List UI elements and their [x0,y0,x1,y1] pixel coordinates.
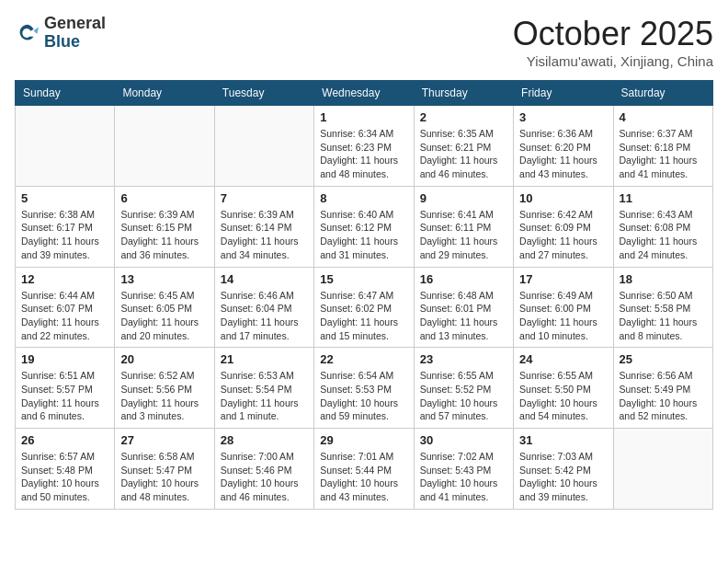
day-info: Sunrise: 6:54 AM Sunset: 5:53 PM Dayligh… [320,369,407,423]
day-cell: 2Sunrise: 6:35 AM Sunset: 6:21 PM Daylig… [414,106,513,187]
day-info: Sunrise: 6:55 AM Sunset: 5:50 PM Dayligh… [519,369,607,423]
day-info: Sunrise: 6:41 AM Sunset: 6:11 PM Dayligh… [420,208,507,262]
day-cell: 17Sunrise: 6:49 AM Sunset: 6:00 PM Dayli… [514,267,613,348]
day-info: Sunrise: 6:47 AM Sunset: 6:02 PM Dayligh… [320,289,407,343]
day-cell: 12Sunrise: 6:44 AM Sunset: 6:07 PM Dayli… [16,267,115,348]
day-number: 2 [420,110,507,124]
day-info: Sunrise: 7:03 AM Sunset: 5:42 PM Dayligh… [519,450,607,504]
day-number: 9 [420,191,507,205]
col-header-friday: Friday [514,81,613,106]
day-number: 1 [320,110,407,124]
col-header-sunday: Sunday [16,81,115,106]
week-row-1: 1Sunrise: 6:34 AM Sunset: 6:23 PM Daylig… [16,106,713,187]
day-number: 4 [620,110,707,124]
day-number: 29 [320,433,407,447]
day-info: Sunrise: 6:45 AM Sunset: 6:05 PM Dayligh… [120,289,208,343]
day-info: Sunrise: 6:39 AM Sunset: 6:14 PM Dayligh… [221,208,308,262]
calendar-header-row: SundayMondayTuesdayWednesdayThursdayFrid… [16,81,713,106]
day-cell: 9Sunrise: 6:41 AM Sunset: 6:11 PM Daylig… [414,186,513,267]
day-cell: 28Sunrise: 7:00 AM Sunset: 5:46 PM Dayli… [214,429,313,510]
day-info: Sunrise: 6:52 AM Sunset: 5:56 PM Dayligh… [120,369,208,423]
day-cell: 21Sunrise: 6:53 AM Sunset: 5:54 PM Dayli… [214,348,313,429]
day-cell: 30Sunrise: 7:02 AM Sunset: 5:43 PM Dayli… [414,429,513,510]
col-header-tuesday: Tuesday [214,81,313,106]
day-info: Sunrise: 6:38 AM Sunset: 6:17 PM Dayligh… [21,208,108,262]
week-row-2: 5Sunrise: 6:38 AM Sunset: 6:17 PM Daylig… [16,186,713,267]
day-number: 17 [519,272,607,286]
day-cell: 27Sunrise: 6:58 AM Sunset: 5:47 PM Dayli… [115,429,214,510]
week-row-5: 26Sunrise: 6:57 AM Sunset: 5:48 PM Dayli… [16,429,713,510]
day-cell: 7Sunrise: 6:39 AM Sunset: 6:14 PM Daylig… [214,186,313,267]
day-cell: 3Sunrise: 6:36 AM Sunset: 6:20 PM Daylig… [514,106,613,187]
day-number: 24 [519,352,607,366]
page-header: General Blue October 2025 Yisilamu'awati… [15,15,713,69]
day-info: Sunrise: 6:36 AM Sunset: 6:20 PM Dayligh… [519,127,607,181]
week-row-3: 12Sunrise: 6:44 AM Sunset: 6:07 PM Dayli… [16,267,713,348]
day-cell: 8Sunrise: 6:40 AM Sunset: 6:12 PM Daylig… [314,186,414,267]
col-header-wednesday: Wednesday [314,81,414,106]
day-info: Sunrise: 6:51 AM Sunset: 5:57 PM Dayligh… [21,369,108,423]
day-info: Sunrise: 6:43 AM Sunset: 6:08 PM Dayligh… [620,208,707,262]
day-info: Sunrise: 6:57 AM Sunset: 5:48 PM Dayligh… [21,450,108,504]
day-cell: 16Sunrise: 6:48 AM Sunset: 6:01 PM Dayli… [414,267,513,348]
day-cell [115,106,214,187]
day-cell [613,429,712,510]
day-cell: 10Sunrise: 6:42 AM Sunset: 6:09 PM Dayli… [514,186,613,267]
day-cell: 31Sunrise: 7:03 AM Sunset: 5:42 PM Dayli… [514,429,613,510]
day-number: 23 [420,352,507,366]
col-header-thursday: Thursday [414,81,513,106]
day-info: Sunrise: 6:39 AM Sunset: 6:15 PM Dayligh… [120,208,208,262]
day-number: 7 [221,191,308,205]
day-number: 31 [519,433,607,447]
day-number: 22 [320,352,407,366]
day-number: 14 [221,272,308,286]
day-info: Sunrise: 7:01 AM Sunset: 5:44 PM Dayligh… [320,450,407,504]
day-info: Sunrise: 6:42 AM Sunset: 6:09 PM Dayligh… [519,208,607,262]
day-cell: 20Sunrise: 6:52 AM Sunset: 5:56 PM Dayli… [115,348,214,429]
logo-general: General [44,15,106,33]
day-number: 21 [221,352,308,366]
day-cell: 13Sunrise: 6:45 AM Sunset: 6:05 PM Dayli… [115,267,214,348]
day-cell: 4Sunrise: 6:37 AM Sunset: 6:18 PM Daylig… [613,106,712,187]
day-info: Sunrise: 7:02 AM Sunset: 5:43 PM Dayligh… [420,450,507,504]
day-info: Sunrise: 6:53 AM Sunset: 5:54 PM Dayligh… [221,369,308,423]
day-cell: 26Sunrise: 6:57 AM Sunset: 5:48 PM Dayli… [16,429,115,510]
day-info: Sunrise: 6:37 AM Sunset: 6:18 PM Dayligh… [620,127,707,181]
day-cell: 11Sunrise: 6:43 AM Sunset: 6:08 PM Dayli… [613,186,712,267]
day-cell: 5Sunrise: 6:38 AM Sunset: 6:17 PM Daylig… [16,186,115,267]
day-info: Sunrise: 7:00 AM Sunset: 5:46 PM Dayligh… [221,450,308,504]
col-header-saturday: Saturday [613,81,712,106]
logo: General Blue [15,15,106,52]
day-cell [214,106,313,187]
day-number: 11 [620,191,707,205]
day-number: 8 [320,191,407,205]
day-cell: 18Sunrise: 6:50 AM Sunset: 5:58 PM Dayli… [613,267,712,348]
day-number: 25 [620,352,707,366]
day-cell: 25Sunrise: 6:56 AM Sunset: 5:49 PM Dayli… [613,348,712,429]
logo-blue: Blue [44,33,106,52]
day-info: Sunrise: 6:58 AM Sunset: 5:47 PM Dayligh… [120,450,208,504]
day-info: Sunrise: 6:44 AM Sunset: 6:07 PM Dayligh… [21,289,108,343]
day-info: Sunrise: 6:35 AM Sunset: 6:21 PM Dayligh… [420,127,507,181]
day-number: 20 [120,352,208,366]
title-block: October 2025 Yisilamu'awati, Xinjiang, C… [513,15,713,69]
day-info: Sunrise: 6:55 AM Sunset: 5:52 PM Dayligh… [420,369,507,423]
day-cell [16,106,115,187]
month-title: October 2025 [513,15,713,53]
day-cell: 14Sunrise: 6:46 AM Sunset: 6:04 PM Dayli… [214,267,313,348]
day-cell: 15Sunrise: 6:47 AM Sunset: 6:02 PM Dayli… [314,267,414,348]
day-number: 6 [120,191,208,205]
location: Yisilamu'awati, Xinjiang, China [513,53,713,69]
day-cell: 19Sunrise: 6:51 AM Sunset: 5:57 PM Dayli… [16,348,115,429]
day-info: Sunrise: 6:48 AM Sunset: 6:01 PM Dayligh… [420,289,507,343]
col-header-monday: Monday [115,81,214,106]
day-number: 13 [120,272,208,286]
day-number: 18 [620,272,707,286]
day-cell: 6Sunrise: 6:39 AM Sunset: 6:15 PM Daylig… [115,186,214,267]
day-info: Sunrise: 6:49 AM Sunset: 6:00 PM Dayligh… [519,289,607,343]
day-number: 10 [519,191,607,205]
day-number: 5 [21,191,108,205]
day-number: 15 [320,272,407,286]
day-info: Sunrise: 6:50 AM Sunset: 5:58 PM Dayligh… [620,289,707,343]
day-number: 12 [21,272,108,286]
